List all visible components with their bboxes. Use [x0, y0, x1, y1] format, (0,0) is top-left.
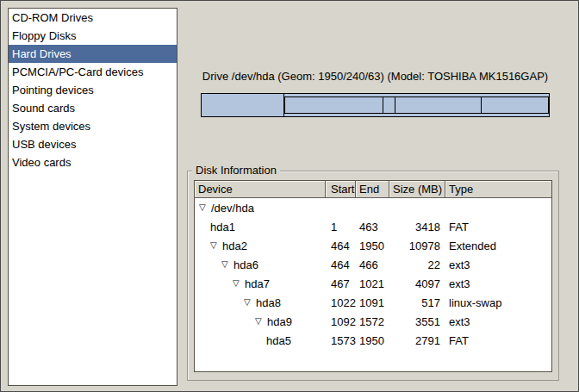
sidebar-item-sound-cards[interactable]: Sound cards: [9, 99, 177, 117]
expander-icon[interactable]: ▽: [255, 317, 267, 326]
disk-row-hda9[interactable]: ▽hda9109215723551ext3: [195, 312, 551, 331]
expander-icon[interactable]: ▽: [210, 241, 222, 250]
cell-size: 2791: [389, 334, 445, 347]
device-name: hda6: [233, 258, 258, 271]
expander-icon[interactable]: ▽: [244, 298, 256, 307]
device-name: hda9: [267, 315, 292, 328]
cell-type: ext3: [445, 315, 551, 328]
column-header-type[interactable]: Type: [445, 181, 551, 197]
expander-icon[interactable]: ▽: [221, 260, 233, 269]
cell-end: 1572: [356, 315, 389, 328]
cell-type: FAT: [445, 334, 551, 347]
cell-device: hda1: [195, 221, 326, 233]
disk-row-hda1[interactable]: hda114633418FAT: [195, 217, 551, 236]
cell-size: 22: [389, 258, 445, 271]
sidebar-item-video-cards[interactable]: Video cards: [9, 153, 177, 171]
sidebar-item-floppy-disks[interactable]: Floppy Disks: [9, 27, 177, 45]
cell-device: ▽hda9: [195, 315, 326, 328]
cell-end: 1950: [356, 334, 389, 347]
disk-table: DeviceStartEndSize (MB)Type ▽/dev/hdahda…: [194, 180, 552, 372]
partition-segment-hda7[interactable]: [284, 97, 383, 113]
cell-device: ▽hda2: [195, 240, 326, 252]
sidebar-item-pointing-devices[interactable]: Pointing devices: [9, 81, 177, 99]
sidebar-item-usb-devices[interactable]: USB devices: [9, 135, 177, 153]
column-header-end[interactable]: End: [356, 181, 389, 197]
device-name: hda1: [210, 221, 235, 233]
cell-end: 1021: [356, 277, 389, 290]
cell-type: Extended: [445, 240, 551, 252]
cell-type: linux-swap: [445, 296, 551, 309]
cell-size: 10978: [389, 240, 445, 252]
device-name: /dev/hda: [211, 202, 254, 215]
partition-segment-hda9[interactable]: [395, 97, 481, 113]
partition-segment-hda1[interactable]: [202, 94, 284, 116]
cell-start: 467: [326, 277, 356, 290]
partition-bar: [201, 93, 550, 117]
cell-start: 1: [326, 221, 356, 233]
cell-device: hda5: [195, 334, 326, 347]
column-header-start[interactable]: Start: [326, 181, 356, 197]
cell-type: FAT: [445, 221, 551, 233]
cell-end: 463: [356, 221, 389, 233]
cell-size: 517: [389, 296, 445, 309]
expander-icon[interactable]: ▽: [199, 203, 211, 212]
expander-icon[interactable]: ▽: [233, 279, 245, 288]
disk-row-hda6[interactable]: ▽hda646446622ext3: [195, 255, 551, 274]
sidebar-item-hard-drives[interactable]: Hard Drives: [9, 45, 177, 63]
device-category-list: CD-ROM DrivesFloppy DisksHard DrivesPCMC…: [8, 8, 177, 386]
disk-table-body: ▽/dev/hdahda114633418FAT▽hda246419501097…: [195, 198, 551, 350]
drive-title: Drive /dev/hda (Geom: 1950/240/63) (Mode…: [201, 70, 550, 83]
partition-segment-hda8[interactable]: [383, 97, 395, 113]
cell-size: 4097: [389, 277, 445, 290]
cell-device: ▽hda8: [195, 296, 326, 309]
hardware-browser-window: CD-ROM DrivesFloppy DisksHard DrivesPCMC…: [0, 0, 579, 392]
cell-device: ▽hda6: [195, 258, 326, 271]
cell-device: ▽hda7: [195, 277, 326, 290]
cell-type: ext3: [445, 258, 551, 271]
sidebar-item-system-devices[interactable]: System devices: [9, 117, 177, 135]
cell-start: 1092: [326, 315, 356, 328]
cell-end: 1950: [356, 240, 389, 252]
cell-size: 3551: [389, 315, 445, 328]
column-header-size-mb-[interactable]: Size (MB): [389, 181, 445, 197]
cell-end: 1091: [356, 296, 389, 309]
partition-segment-hda5[interactable]: [482, 97, 549, 113]
disk-row-dev-hda[interactable]: ▽/dev/hda: [195, 198, 551, 217]
disk-information-label: Disk Information: [192, 164, 280, 177]
device-name: hda8: [256, 296, 281, 309]
sidebar-item-cd-rom-drives[interactable]: CD-ROM Drives: [9, 9, 177, 27]
cell-start: 1022: [326, 296, 356, 309]
cell-device: ▽/dev/hda: [195, 202, 326, 215]
cell-end: 466: [356, 258, 389, 271]
device-name: hda2: [222, 240, 247, 252]
disk-row-hda8[interactable]: ▽hda810221091517linux-swap: [195, 293, 551, 312]
cell-start: 464: [326, 258, 356, 271]
disk-table-header: DeviceStartEndSize (MB)Type: [195, 181, 551, 198]
column-header-device[interactable]: Device: [195, 181, 326, 197]
disk-row-hda7[interactable]: ▽hda746710214097ext3: [195, 274, 551, 293]
cell-type: ext3: [445, 277, 551, 290]
cell-start: 1573: [326, 334, 356, 347]
disk-row-hda5[interactable]: hda5157319502791FAT: [195, 331, 551, 350]
sidebar-item-pcmcia-pc-card-devices[interactable]: PCMCIA/PC-Card devices: [9, 63, 177, 81]
device-name: hda5: [266, 334, 291, 347]
disk-row-hda2[interactable]: ▽hda2464195010978Extended: [195, 236, 551, 255]
device-name: hda7: [245, 277, 270, 290]
cell-size: 3418: [389, 221, 445, 233]
disk-information-frame: Disk Information DeviceStartEndSize (MB)…: [187, 171, 559, 381]
cell-start: 464: [326, 240, 356, 252]
